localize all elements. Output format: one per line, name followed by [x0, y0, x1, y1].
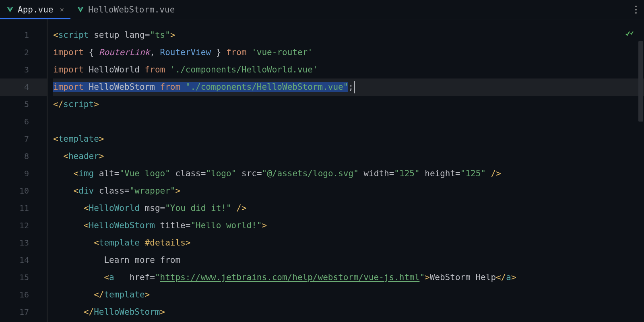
line-number: 4 — [0, 78, 47, 96]
code-line: <HelloWebStorm title="Hello world!"> — [53, 217, 644, 234]
line-number: 12 — [0, 217, 47, 234]
line-number: 3 — [0, 61, 47, 78]
code-line: <div class="wrapper"> — [53, 182, 644, 200]
kebab-menu-icon[interactable] — [635, 0, 637, 19]
tab-bar: App.vue × HelloWebStorm.vue — [0, 0, 644, 19]
line-number: 14 — [0, 252, 47, 269]
code-editor[interactable]: 1 2 3 4 5 6 7 8 9 10 11 12 13 14 15 16 1… — [0, 19, 644, 322]
line-number: 15 — [0, 269, 47, 286]
code-line: <img alt="Vue logo" class="logo" src="@/… — [53, 165, 644, 182]
check-icon[interactable] — [625, 29, 634, 40]
line-number: 9 — [0, 165, 47, 182]
close-icon[interactable]: × — [60, 5, 64, 14]
scrollbar-thumb[interactable] — [638, 41, 643, 122]
line-number: 17 — [0, 303, 47, 321]
code-line: <HelloWorld msg="You did it!" /> — [53, 200, 644, 217]
code-area[interactable]: <script setup lang="ts"> import { Router… — [47, 19, 644, 322]
line-number: 8 — [0, 148, 47, 165]
gutter: 1 2 3 4 5 6 7 8 9 10 11 12 13 14 15 16 1… — [0, 19, 47, 322]
code-line: </template> — [53, 286, 644, 303]
code-line: import HelloWorld from './components/Hel… — [53, 61, 644, 78]
line-number: 13 — [0, 234, 47, 252]
line-number: 6 — [0, 113, 47, 130]
code-line: </script> — [53, 96, 644, 113]
text-caret — [354, 81, 355, 93]
line-number: 10 — [0, 182, 47, 200]
tab-app-vue[interactable]: App.vue × — [0, 0, 70, 19]
line-number: 5 — [0, 96, 47, 113]
code-line: </HelloWebStorm> — [53, 303, 644, 321]
code-line: <header> — [53, 148, 644, 165]
tab-label: HelloWebStorm.vue — [88, 5, 175, 14]
tab-hellowebstorm-vue[interactable]: HelloWebStorm.vue — [70, 0, 181, 19]
code-line: Learn more from — [53, 252, 644, 269]
code-line: <script setup lang="ts"> — [53, 27, 644, 44]
line-number: 1 — [0, 27, 47, 44]
line-number: 2 — [0, 44, 47, 61]
vue-icon — [6, 6, 14, 13]
line-number: 7 — [0, 130, 47, 148]
line-number: 16 — [0, 286, 47, 303]
code-line: <template> — [53, 130, 644, 148]
tab-label: App.vue — [18, 5, 54, 14]
vue-icon — [77, 6, 84, 13]
code-line — [53, 113, 644, 130]
line-number: 11 — [0, 200, 47, 217]
code-line: <template #details> — [53, 234, 644, 252]
code-line-highlighted: import HelloWebStorm from "./components/… — [53, 78, 644, 96]
code-line: import { RouterLink, RouterView } from '… — [53, 44, 644, 61]
code-line: <a href="https://www.jetbrains.com/help/… — [53, 269, 644, 286]
